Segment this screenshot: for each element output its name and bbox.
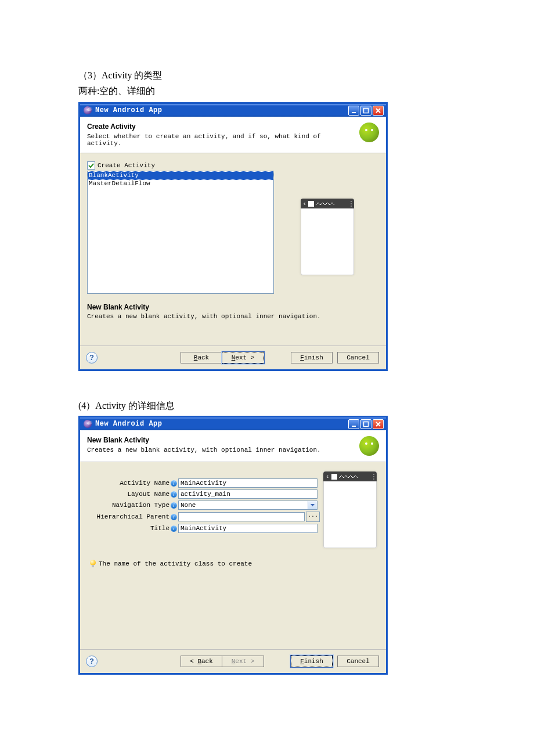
create-activity-checkbox[interactable] — [87, 161, 95, 170]
finish-button[interactable]: Finish — [291, 656, 333, 667]
cancel-button[interactable]: Cancel — [337, 352, 379, 363]
help-button[interactable]: ? — [86, 656, 98, 667]
wizard-description: Select whether to create an activity, an… — [87, 133, 353, 147]
minimize-button[interactable] — [348, 106, 359, 116]
hint-row: The name of the activity class to create — [86, 548, 380, 568]
title-placeholder-icon — [339, 475, 371, 478]
button-bar: ? < Back Next > Finish Cancel — [80, 649, 386, 673]
close-button[interactable] — [373, 419, 384, 429]
app-icon — [308, 201, 314, 207]
lightbulb-icon — [89, 560, 96, 568]
dialog-create-activity: New Android App Create Activity Select w… — [78, 102, 388, 371]
close-button[interactable] — [373, 106, 384, 116]
titlebar[interactable]: New Android App — [80, 417, 386, 430]
svg-rect-1 — [364, 108, 369, 113]
title-placeholder-icon — [316, 202, 348, 206]
android-icon — [359, 123, 379, 142]
template-description: Creates a new blank activity, with optio… — [87, 313, 380, 320]
hint-text: The name of the activity class to create — [99, 560, 252, 567]
create-activity-label: Create Activity — [98, 162, 155, 169]
activity-type-list[interactable]: BlankActivity MasterDetailFlow — [87, 171, 274, 294]
svg-rect-3 — [364, 422, 369, 426]
svg-rect-0 — [352, 112, 356, 113]
navigation-type-combo[interactable]: None — [178, 501, 317, 510]
app-icon — [331, 474, 337, 480]
info-icon[interactable]: i — [171, 480, 177, 487]
navigation-type-value: None — [181, 502, 196, 509]
section-3-subheading: 两种:空的、详细的 — [78, 85, 456, 98]
wizard-header: Create Activity Select whether to create… — [80, 117, 386, 153]
finish-button[interactable]: Finish — [291, 352, 333, 363]
chevron-down-icon — [308, 501, 317, 509]
wizard-header: New Blank Activity Creates a new blank a… — [80, 430, 386, 462]
cancel-button[interactable]: Cancel — [337, 656, 379, 667]
window-title: New Android App — [95, 106, 348, 114]
activity-name-label: Activity Name — [89, 480, 171, 487]
title-input[interactable] — [178, 524, 317, 533]
wizard-title: New Blank Activity — [87, 436, 353, 444]
wizard-title: Create Activity — [87, 123, 353, 131]
hierarchical-parent-input[interactable] — [178, 512, 305, 521]
window-title: New Android App — [95, 420, 348, 428]
list-item[interactable]: MasterDetailFlow — [88, 180, 273, 188]
info-icon[interactable]: i — [171, 491, 177, 498]
android-icon — [359, 436, 379, 456]
phone-preview: ‹ — [323, 471, 377, 548]
template-name: New Blank Activity — [87, 303, 380, 311]
minimize-button[interactable] — [348, 419, 359, 429]
info-icon[interactable]: i — [171, 514, 177, 520]
maximize-button[interactable] — [360, 106, 371, 116]
titlebar[interactable]: New Android App — [80, 104, 386, 117]
section-4-heading: (4）Activity 的详细信息 — [78, 400, 456, 412]
phone-preview: ‹ — [301, 199, 354, 275]
button-bar: ? Back Next > Finish Cancel — [80, 345, 386, 369]
back-button[interactable]: < Back — [181, 656, 222, 667]
overflow-icon — [351, 201, 352, 207]
layout-name-label: Layout Name — [89, 491, 171, 498]
overflow-icon — [373, 474, 374, 480]
eclipse-icon — [84, 420, 92, 428]
layout-name-input[interactable] — [178, 489, 317, 499]
preview-pane: ‹ — [274, 171, 380, 275]
back-caret-icon: ‹ — [326, 473, 330, 480]
list-item[interactable]: BlankActivity — [88, 171, 273, 180]
info-icon[interactable]: i — [171, 502, 177, 509]
section-3-heading: （3）Activity 的类型 — [78, 70, 456, 82]
title-label: Title — [89, 525, 171, 532]
navigation-type-label: Navigation Type — [89, 502, 171, 509]
activity-name-input[interactable] — [178, 478, 317, 488]
next-button: Next > — [222, 656, 264, 667]
info-icon[interactable]: i — [171, 525, 177, 532]
back-caret-icon: ‹ — [303, 200, 307, 207]
next-button[interactable]: Next > — [222, 352, 264, 363]
hierarchical-parent-label: Hierarchical Parent — [89, 513, 171, 520]
preview-pane: ‹ — [320, 466, 380, 548]
wizard-description: Creates a new blank activity, with optio… — [87, 447, 353, 453]
svg-rect-2 — [352, 426, 356, 427]
browse-button[interactable]: ... — [306, 512, 320, 522]
help-button[interactable]: ? — [86, 352, 98, 363]
maximize-button[interactable] — [360, 419, 371, 429]
eclipse-icon — [84, 106, 92, 114]
dialog-blank-activity-details: New Android App New Blank Activity Creat… — [78, 416, 388, 675]
back-button[interactable]: Back — [181, 352, 222, 363]
